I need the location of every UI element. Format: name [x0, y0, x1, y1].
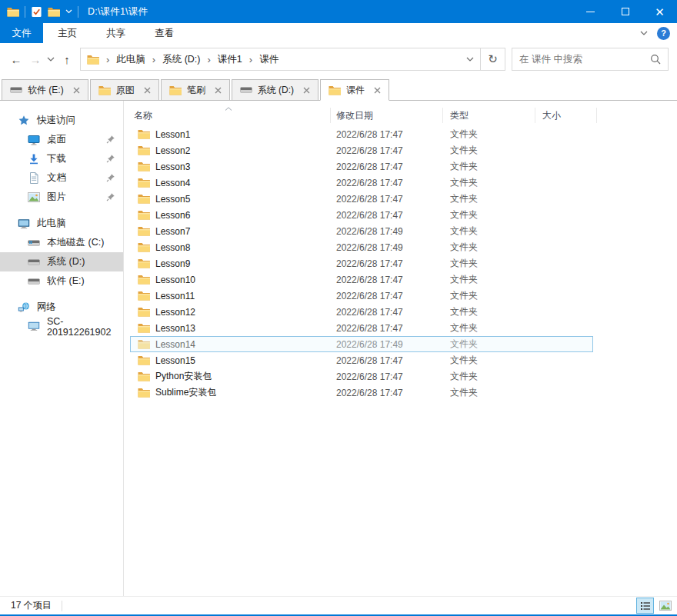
ribbon-tab-file[interactable]: 文件	[0, 23, 43, 43]
close-button[interactable]: ✕	[642, 0, 677, 23]
file-row[interactable]: Lesson142022/6/28 17:49文件夹	[124, 336, 677, 352]
column-header[interactable]: 类型	[443, 108, 535, 123]
file-row[interactable]: Sublime安装包2022/6/28 17:47文件夹	[124, 385, 677, 401]
folder-icon	[138, 339, 150, 349]
sidebar-item[interactable]: 软件 (E:)	[0, 271, 123, 291]
file-row[interactable]: Lesson82022/6/28 17:49文件夹	[124, 239, 677, 255]
ribbon-tab[interactable]: 共享	[92, 23, 140, 43]
file-row[interactable]: Python安装包2022/6/28 17:47文件夹	[124, 368, 677, 385]
tab-close-icon[interactable]	[374, 87, 381, 94]
new-folder-icon[interactable]	[48, 7, 60, 17]
sidebar-item-label: SC-201912261902	[47, 316, 123, 338]
address-input[interactable]: ›此电脑›系统 (D:)›课件1›课件	[80, 48, 481, 71]
folder-tab[interactable]: 课件	[320, 79, 389, 101]
column-header[interactable]: 名称	[124, 108, 331, 123]
folder-tab[interactable]: 笔刷	[161, 79, 230, 101]
folder-tab-label: 系统 (D:)	[258, 84, 294, 97]
file-type-cell: 文件夹	[443, 128, 535, 141]
tab-close-icon[interactable]	[73, 87, 80, 94]
file-row[interactable]: Lesson102022/6/28 17:47文件夹	[124, 271, 677, 288]
file-name: Lesson9	[155, 258, 190, 269]
ribbon-bar: 文件 主页共享查看 ?	[0, 23, 677, 43]
recent-locations-chevron-icon[interactable]	[45, 57, 57, 62]
sidebar-item-label: 文档	[47, 171, 66, 185]
file-row[interactable]: Lesson52022/6/28 17:47文件夹	[124, 191, 677, 207]
star-icon	[18, 115, 30, 127]
file-name-cell: Lesson7	[124, 226, 331, 237]
ribbon-tab[interactable]: 查看	[140, 23, 188, 43]
file-row[interactable]: Lesson32022/6/28 17:47文件夹	[124, 158, 677, 175]
expand-ribbon-chevron-icon[interactable]	[640, 31, 648, 35]
file-row[interactable]: Lesson152022/6/28 17:47文件夹	[124, 352, 677, 368]
tab-close-icon[interactable]	[215, 87, 222, 94]
item-count: 17 个项目	[11, 599, 52, 612]
column-headers: 名称修改日期类型大小	[124, 107, 677, 124]
sidebar-section-header[interactable]: 快速访问	[0, 111, 123, 130]
up-icon[interactable]: ↑	[57, 53, 77, 66]
folder-icon	[138, 355, 150, 365]
tab-close-icon[interactable]	[303, 87, 310, 94]
file-type-cell: 文件夹	[443, 305, 535, 318]
sidebar-section-header[interactable]: 网络	[0, 298, 123, 317]
breadcrumb-separator-icon: ›	[99, 54, 116, 65]
column-header[interactable]: 修改日期	[331, 108, 443, 123]
content-area: 快速访问桌面下载文档图片此电脑本地磁盘 (C:)系统 (D:)软件 (E:)网络…	[0, 101, 677, 596]
file-row[interactable]: Lesson22022/6/28 17:47文件夹	[124, 142, 677, 158]
file-row[interactable]: Lesson12022/6/28 17:47文件夹	[124, 126, 677, 142]
forward-icon[interactable]: →	[26, 53, 45, 66]
file-name-cell: Sublime安装包	[124, 386, 331, 399]
sidebar-section-label: 快速访问	[37, 114, 75, 127]
refresh-button[interactable]: ↻	[480, 48, 505, 71]
file-name: Lesson12	[155, 307, 195, 318]
breadcrumb-item[interactable]: 课件	[259, 53, 278, 66]
sidebar-item[interactable]: 本地磁盘 (C:)	[0, 233, 123, 252]
folder-icon	[138, 323, 150, 333]
breadcrumb-item[interactable]: 课件1	[218, 53, 242, 66]
sidebar-item[interactable]: 下载	[0, 149, 123, 168]
file-name: Lesson15	[155, 355, 195, 366]
file-name-cell: Lesson10	[124, 275, 331, 285]
sidebar-item[interactable]: SC-201912261902	[0, 317, 123, 336]
search-icon[interactable]	[650, 54, 661, 65]
folder-tab[interactable]: 系统 (D:)	[232, 79, 318, 101]
folder-tab[interactable]: 原图	[90, 79, 159, 101]
file-name-cell: Lesson3	[124, 161, 331, 172]
ribbon-tab[interactable]: 主页	[43, 23, 92, 43]
breadcrumb-item[interactable]: 系统 (D:)	[162, 53, 200, 66]
file-type-cell: 文件夹	[443, 144, 535, 157]
file-row[interactable]: Lesson92022/6/28 17:47文件夹	[124, 255, 677, 271]
file-date-cell: 2022/6/28 17:47	[331, 129, 443, 140]
file-name-cell: Lesson12	[124, 307, 331, 318]
folder-tab[interactable]: 软件 (E:)	[2, 79, 88, 101]
file-row[interactable]: Lesson72022/6/28 17:49文件夹	[124, 223, 677, 239]
sidebar-item[interactable]: 系统 (D:)	[0, 252, 123, 271]
file-row[interactable]: Lesson62022/6/28 17:47文件夹	[124, 207, 677, 223]
properties-check-icon[interactable]	[31, 6, 42, 18]
sidebar-item[interactable]: 图片	[0, 188, 123, 207]
customize-toolbar-chevron-icon[interactable]	[65, 9, 72, 14]
file-date-cell: 2022/6/28 17:47	[331, 307, 443, 318]
back-icon[interactable]: ←	[6, 53, 26, 66]
minimize-button[interactable]	[573, 0, 608, 23]
desktop-icon	[28, 135, 40, 145]
file-row[interactable]: Lesson132022/6/28 17:47文件夹	[124, 320, 677, 336]
sidebar-section-header[interactable]: 此电脑	[0, 214, 123, 233]
sidebar-item[interactable]: 文档	[0, 168, 123, 188]
thumbnails-view-button[interactable]	[656, 598, 674, 614]
file-row[interactable]: Lesson122022/6/28 17:47文件夹	[124, 304, 677, 320]
maximize-button[interactable]	[608, 0, 642, 23]
file-row[interactable]: Lesson112022/6/28 17:47文件夹	[124, 288, 677, 304]
help-icon[interactable]: ?	[657, 27, 670, 40]
address-bar: ← → ↑ ›此电脑›系统 (D:)›课件1›课件 ↻	[0, 43, 677, 75]
details-view-icon	[640, 601, 651, 611]
column-header[interactable]: 大小	[535, 108, 597, 123]
search-input[interactable]	[519, 54, 650, 65]
tab-close-icon[interactable]	[144, 87, 151, 94]
details-view-button[interactable]	[636, 598, 654, 614]
status-divider	[62, 601, 62, 611]
folder-tab-label: 软件 (E:)	[28, 84, 64, 97]
sidebar-item[interactable]: 桌面	[0, 130, 123, 149]
address-dropdown-chevron-icon[interactable]	[466, 57, 474, 62]
breadcrumb-item[interactable]: 此电脑	[116, 53, 145, 66]
file-row[interactable]: Lesson42022/6/28 17:47文件夹	[124, 175, 677, 191]
